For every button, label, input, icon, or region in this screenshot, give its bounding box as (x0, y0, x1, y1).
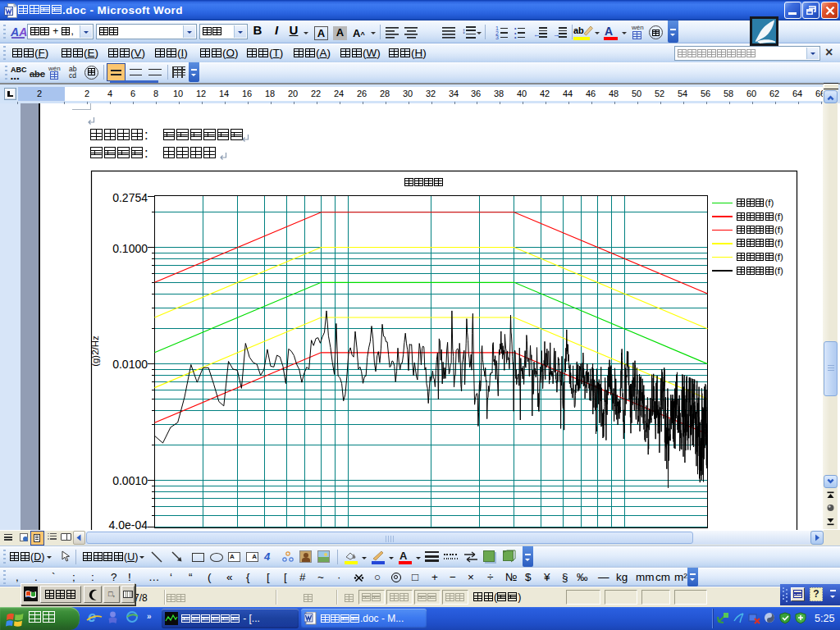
svg-text:0.1000: 0.1000 (112, 242, 148, 255)
svg-text:0.0100: 0.0100 (112, 358, 148, 371)
svg-text:0.0010: 0.0010 (112, 474, 148, 487)
svg-text:(g)2/Hz: (g)2/Hz (90, 336, 100, 367)
svg-text:0.2754: 0.2754 (112, 191, 148, 204)
